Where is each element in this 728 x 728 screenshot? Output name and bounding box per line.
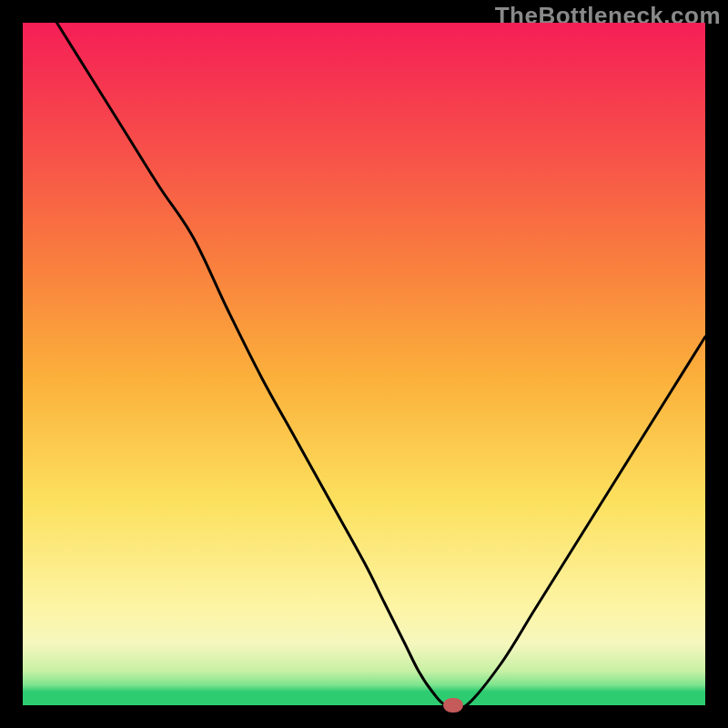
- optimum-marker: [443, 698, 463, 713]
- chart-container: TheBottleneck.com: [0, 0, 728, 728]
- plot-area: [23, 23, 705, 705]
- bottleneck-curve-path: [57, 23, 706, 705]
- curve-svg: [23, 23, 705, 705]
